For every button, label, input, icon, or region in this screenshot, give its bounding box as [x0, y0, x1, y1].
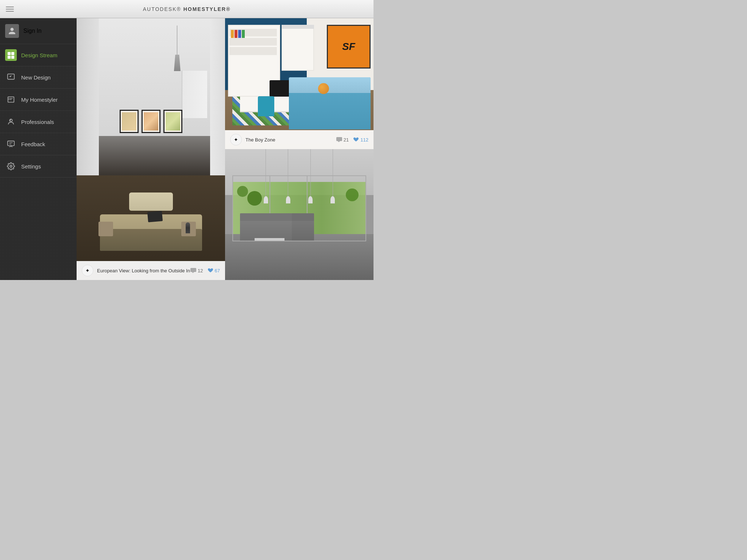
- avatar: [5, 24, 19, 38]
- svg-rect-2: [8, 56, 11, 59]
- sidebar-item-new-design[interactable]: New Design: [0, 66, 77, 89]
- svg-point-8: [8, 98, 9, 99]
- feedback-icon: [5, 138, 17, 150]
- card-main-title: European View: Looking from the Outside …: [97, 268, 190, 273]
- sidebar-item-design-stream[interactable]: Design Stream: [0, 44, 77, 66]
- sidebar-item-my-homestyler[interactable]: My Homestyler: [0, 89, 77, 111]
- card-top-right-title: The Boy Zone: [245, 137, 336, 143]
- top-bar: AUTODESK® HOMESTYLER®: [0, 0, 374, 18]
- sidebar: Sign In Design Stream New Design My Home…: [0, 18, 77, 280]
- card-top-right-comments: 21: [336, 137, 349, 143]
- my-homestyler-icon: [5, 94, 17, 105]
- card-main-likes: 67: [208, 268, 220, 273]
- modern-scene-image: [225, 149, 374, 280]
- card-top-right-caption: ✦ The Boy Zone 21 112: [225, 130, 374, 149]
- magic-wand-button-2[interactable]: ✦: [230, 134, 242, 145]
- svg-rect-4: [8, 74, 14, 79]
- svg-rect-16: [336, 137, 342, 141]
- professionals-icon: [5, 116, 17, 128]
- sidebar-item-feedback[interactable]: Feedback: [0, 133, 77, 155]
- design-stream-icon: [5, 49, 17, 61]
- app-title: AUTODESK® HOMESTYLER®: [143, 6, 231, 12]
- magic-wand-button[interactable]: ✦: [82, 265, 93, 276]
- card-main[interactable]: ✦ European View: Looking from the Outsid…: [77, 18, 225, 280]
- sidebar-label-my-homestyler: My Homestyler: [21, 97, 58, 103]
- svg-point-9: [8, 99, 9, 100]
- card-main-comments: 12: [190, 268, 203, 273]
- card-main-stats: 12 67: [190, 268, 220, 273]
- card-top-right-likes: 112: [353, 137, 368, 143]
- sidebar-label-new-design: New Design: [21, 74, 51, 81]
- content-area: ✦ European View: Looking from the Outsid…: [77, 18, 374, 280]
- sign-in-label: Sign In: [23, 28, 42, 34]
- heart-icon-2: [353, 137, 359, 142]
- heart-icon: [208, 268, 213, 273]
- comment-icon: [190, 268, 196, 273]
- new-design-icon: [5, 71, 17, 83]
- sidebar-item-professionals[interactable]: Professionals: [0, 111, 77, 133]
- sf-poster: SF: [327, 25, 371, 69]
- bedroom-scene-image: [77, 18, 225, 280]
- settings-icon: [5, 160, 17, 172]
- sidebar-label-professionals: Professionals: [21, 119, 54, 125]
- card-bottom-right[interactable]: [225, 149, 374, 280]
- sidebar-label-settings: Settings: [21, 163, 41, 170]
- comment-icon-2: [336, 137, 342, 142]
- main-layout: Sign In Design Stream New Design My Home…: [0, 18, 374, 280]
- svg-point-14: [10, 165, 12, 167]
- svg-rect-15: [190, 268, 196, 272]
- sidebar-label-design-stream: Design Stream: [21, 52, 57, 58]
- svg-rect-0: [8, 52, 11, 55]
- card-top-right[interactable]: SF ✦ The Boy Zone 21 112: [225, 18, 374, 149]
- card-top-right-stats: 21 112: [336, 137, 368, 143]
- sidebar-item-settings[interactable]: Settings: [0, 155, 77, 178]
- svg-rect-3: [11, 56, 14, 59]
- hamburger-button[interactable]: [6, 7, 14, 12]
- svg-rect-11: [8, 141, 14, 146]
- sidebar-label-feedback: Feedback: [21, 141, 45, 147]
- card-main-caption: ✦ European View: Looking from the Outsid…: [77, 261, 225, 280]
- sign-in-item[interactable]: Sign In: [0, 18, 77, 44]
- boyzone-scene-image: SF: [225, 18, 374, 149]
- svg-rect-1: [11, 52, 14, 55]
